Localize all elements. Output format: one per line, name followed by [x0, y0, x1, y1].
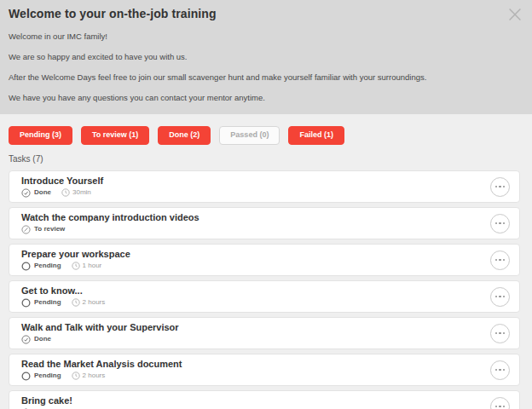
task-card[interactable]: Prepare your workspace: [9, 244, 520, 276]
task-card[interactable]: Watch the company introduction videos: [9, 207, 520, 239]
status-filter-row: Pending (3) To review (1) Done (2) Passe…: [9, 126, 520, 145]
status-filter-button[interactable]: Done (2): [158, 126, 211, 145]
modal-header: Welcome to your on-the-job training Welc…: [0, 0, 532, 114]
clock-icon: [72, 262, 80, 270]
task-info: Bring cake!: [21, 396, 72, 409]
status-filter-label: Done (2): [169, 130, 200, 139]
task-card[interactable]: Introduce Yourself: [9, 170, 520, 203]
tasks-count-label: Tasks (7): [9, 154, 520, 164]
review-icon: [21, 225, 31, 234]
onboarding-modal: Welcome to your on-the-job training Welc…: [0, 0, 532, 409]
status-filter-label: Passed (0): [230, 130, 269, 139]
pending-icon: [21, 262, 31, 271]
task-info: Read the Market Analysis document: [21, 360, 182, 381]
task-duration: 30min: [61, 188, 91, 197]
pending-icon: [21, 372, 31, 381]
task-title: Read the Market Analysis document: [21, 360, 182, 369]
task-meta: To review: [21, 225, 200, 234]
task-info: Introduce Yourself: [21, 176, 103, 198]
task-status: Done: [21, 188, 51, 198]
ellipsis-icon: [495, 406, 506, 408]
task-meta: Done 30min: [21, 188, 103, 198]
task-status-label: Done: [34, 336, 51, 343]
task-list: Introduce Yourself: [9, 170, 520, 409]
task-menu-button[interactable]: [490, 251, 510, 270]
clock-icon: [72, 298, 80, 307]
task-status: To review: [21, 225, 65, 234]
task-status: Pending: [21, 372, 61, 381]
task-card[interactable]: Read the Market Analysis document: [9, 354, 520, 386]
task-status: Pending: [21, 262, 61, 271]
task-info: Get to know...: [21, 286, 105, 308]
status-filter-label: To review (1): [92, 130, 138, 139]
modal-title: Welcome to your on-the-job training: [9, 7, 522, 20]
clock-icon: [72, 372, 80, 380]
close-button[interactable]: [505, 5, 525, 26]
task-menu-button[interactable]: [490, 177, 510, 197]
ellipsis-icon: [495, 369, 506, 372]
task-menu-button[interactable]: [490, 324, 510, 343]
status-filter-button[interactable]: Failed (1): [288, 126, 344, 145]
task-title: Watch the company introduction videos: [21, 213, 200, 222]
task-menu-button[interactable]: [490, 397, 510, 409]
done-icon: [21, 188, 31, 198]
task-menu-button[interactable]: [490, 287, 510, 307]
status-filter-button[interactable]: Passed (0): [219, 126, 280, 145]
task-status-label: To review: [34, 226, 65, 233]
close-icon: [506, 5, 524, 26]
done-icon: [21, 335, 31, 344]
task-status-label: Pending: [34, 262, 61, 269]
status-filter-label: Pending (3): [20, 130, 61, 139]
task-title: Prepare your workspace: [21, 250, 130, 259]
task-duration-label: 2 hours: [83, 299, 106, 306]
task-card[interactable]: Walk and Talk with your Supervisor: [9, 317, 520, 349]
task-title: Walk and Talk with your Supervisor: [21, 323, 179, 332]
task-duration: 2 hours: [72, 372, 106, 380]
task-info: Walk and Talk with your Supervisor: [21, 323, 179, 344]
clock-icon: [61, 188, 70, 197]
task-menu-button[interactable]: [490, 360, 510, 380]
status-filter-label: Failed (1): [299, 130, 333, 139]
ellipsis-icon: [495, 186, 506, 188]
ellipsis-icon: [495, 296, 506, 298]
status-filter-button[interactable]: Pending (3): [9, 126, 72, 145]
task-menu-button[interactable]: [490, 214, 510, 233]
task-status-label: Done: [34, 189, 51, 196]
ellipsis-icon: [495, 259, 506, 262]
task-status-label: Pending: [34, 299, 61, 306]
task-duration: 2 hours: [72, 298, 106, 307]
modal-body: Pending (3) To review (1) Done (2) Passe…: [0, 114, 532, 409]
status-filter-button[interactable]: To review (1): [81, 126, 149, 145]
intro-paragraph: We have you have any questions you can c…: [9, 93, 522, 102]
ellipsis-icon: [495, 332, 506, 335]
task-meta: Pending 1 hour: [21, 262, 130, 271]
task-duration: 1 hour: [72, 262, 102, 270]
task-meta: Pending 2 hours: [21, 372, 182, 381]
task-duration-label: 1 hour: [83, 262, 102, 269]
task-title: Bring cake!: [21, 396, 72, 406]
task-title: Get to know...: [21, 286, 105, 296]
task-card[interactable]: Bring cake!: [9, 390, 520, 409]
task-duration-label: 30min: [72, 189, 91, 196]
task-status: Done: [21, 335, 51, 344]
task-card[interactable]: Get to know...: [9, 280, 520, 313]
intro-paragraph: We are so happy and excited to have you …: [9, 52, 522, 61]
task-title: Introduce Yourself: [21, 176, 103, 186]
task-status-label: Pending: [34, 372, 61, 379]
task-status: Pending: [21, 298, 61, 308]
task-duration-label: 2 hours: [83, 372, 106, 379]
task-meta: Done: [21, 335, 179, 344]
task-info: Watch the company introduction videos: [21, 213, 200, 234]
ellipsis-icon: [495, 222, 506, 225]
task-info: Prepare your workspace: [21, 250, 130, 271]
task-meta: Pending 2 hours: [21, 298, 105, 308]
pending-icon: [21, 298, 31, 308]
intro-paragraph: After the Welcome Days feel free to join…: [9, 72, 522, 82]
intro-paragraph: Welcome in our IMC family!: [9, 32, 522, 41]
